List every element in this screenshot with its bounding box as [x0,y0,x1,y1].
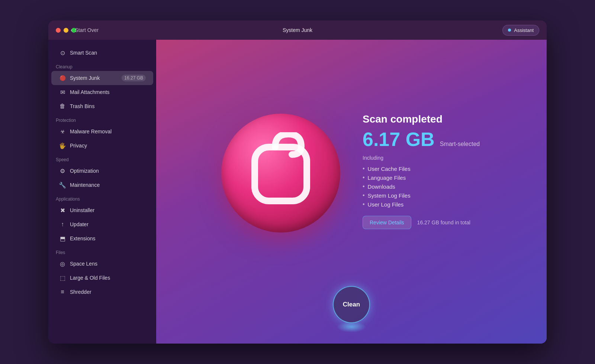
file-item-user-log: User Log Files [363,201,489,208]
sidebar-item-system-junk[interactable]: 🔴 System Junk 16.27 GB [51,71,153,85]
content-area: ⊙ Smart Scan Cleanup 🔴 System Junk 16.27… [48,40,547,344]
system-junk-icon: 🔴 [59,74,66,82]
sidebar-item-maintenance[interactable]: 🔧 Maintenance [51,178,153,192]
optimization-label: Optimization [70,168,146,174]
privacy-icon: 🖐 [59,142,66,149]
assistant-dot-icon [508,29,511,32]
extensions-label: Extensions [70,235,146,241]
sidebar-item-optimization[interactable]: ⚙ Optimization [51,164,153,178]
sidebar-item-trash-bins[interactable]: 🗑 Trash Bins [51,99,153,113]
sidebar-item-mail-attachments[interactable]: ✉ Mail Attachments [51,85,153,99]
trash-bins-label: Trash Bins [70,103,146,109]
section-protection: Protection [48,113,156,124]
space-lens-label: Space Lens [70,261,146,267]
clean-button[interactable]: Clean [333,286,370,323]
file-item-user-cache: User Cache Files [363,165,489,172]
optimization-icon: ⚙ [59,167,66,175]
space-lens-icon: ◎ [59,260,66,267]
scan-completed-text: Scan completed [363,113,489,125]
main-content: Scan completed 6.17 GB Smart-selected In… [156,40,547,344]
sidebar-item-shredder[interactable]: ≡ Shredder [51,285,153,299]
mail-attachments-label: Mail Attachments [70,89,146,95]
sidebar-item-uninstaller[interactable]: ✖ Uninstaller [51,203,153,217]
title-center: System Junk [283,27,312,33]
clean-button-container: Clean [333,286,370,332]
window-title: System Junk [283,27,312,33]
uninstaller-label: Uninstaller [70,207,146,213]
smart-scan-label: Smart Scan [70,50,146,56]
malware-icon: ☣ [59,128,66,135]
system-junk-label: System Junk [70,75,118,81]
sidebar-item-privacy[interactable]: 🖐 Privacy [51,139,153,153]
title-bar: ‹ Start Over System Junk Assistant [48,20,547,40]
smart-selected-label: Smart-selected [440,141,480,147]
section-cleanup: Cleanup [48,60,156,71]
sidebar-item-smart-scan[interactable]: ⊙ Smart Scan [51,46,153,60]
sidebar-item-space-lens[interactable]: ◎ Space Lens [51,257,153,271]
found-total-text: 16.27 GB found in total [417,220,470,225]
size-value: 6.17 GB [363,130,435,149]
sidebar-item-updater[interactable]: ↑ Updater [51,217,153,231]
size-row: 6.17 GB Smart-selected [363,130,489,149]
section-applications: Applications [48,192,156,203]
section-speed: Speed [48,153,156,164]
extensions-icon: ⬒ [59,235,66,242]
sidebar-item-extensions[interactable]: ⬒ Extensions [51,231,153,246]
uninstaller-icon: ✖ [59,207,66,214]
minimize-button[interactable] [64,28,68,33]
action-row: Review Details 16.27 GB found in total [363,216,489,229]
updater-icon: ↑ [59,221,66,228]
file-item-downloads: Downloads [363,183,489,190]
app-logo-circle [221,114,340,233]
maintenance-icon: 🔧 [59,181,66,189]
shredder-icon: ≡ [59,288,66,296]
start-over-label[interactable]: Start Over [75,27,99,33]
sidebar: ⊙ Smart Scan Cleanup 🔴 System Junk 16.27… [48,40,156,344]
review-details-button[interactable]: Review Details [363,216,411,229]
file-list: User Cache Files Language Files Download… [363,165,489,208]
info-panel: Scan completed 6.17 GB Smart-selected In… [363,113,489,229]
sidebar-item-malware-removal[interactable]: ☣ Malware Removal [51,124,153,139]
close-button[interactable] [56,28,61,33]
system-junk-badge: 16.27 GB [122,75,146,81]
file-item-system-log: System Log Files [363,192,489,199]
large-old-files-label: Large & Old Files [70,275,146,281]
assistant-button[interactable]: Assistant [502,25,539,36]
assistant-label: Assistant [514,27,534,33]
smart-scan-icon: ⊙ [59,49,66,56]
logo-container [214,103,348,244]
mail-icon: ✉ [59,88,66,96]
back-nav[interactable]: ‹ Start Over [71,27,99,33]
large-files-icon: ⬚ [59,274,66,282]
section-files: Files [48,246,156,257]
sidebar-item-large-old-files[interactable]: ⬚ Large & Old Files [51,271,153,285]
shredder-label: Shredder [70,289,146,295]
malware-removal-label: Malware Removal [70,129,146,134]
maintenance-label: Maintenance [70,182,146,188]
app-logo-icon [244,132,318,214]
privacy-label: Privacy [70,143,146,149]
file-item-language: Language Files [363,174,489,181]
trash-icon: 🗑 [59,103,66,110]
app-window: ‹ Start Over System Junk Assistant ⊙ Sma… [48,20,547,344]
updater-label: Updater [70,221,146,227]
including-label: Including [363,155,489,161]
back-arrow-icon: ‹ [71,27,73,33]
